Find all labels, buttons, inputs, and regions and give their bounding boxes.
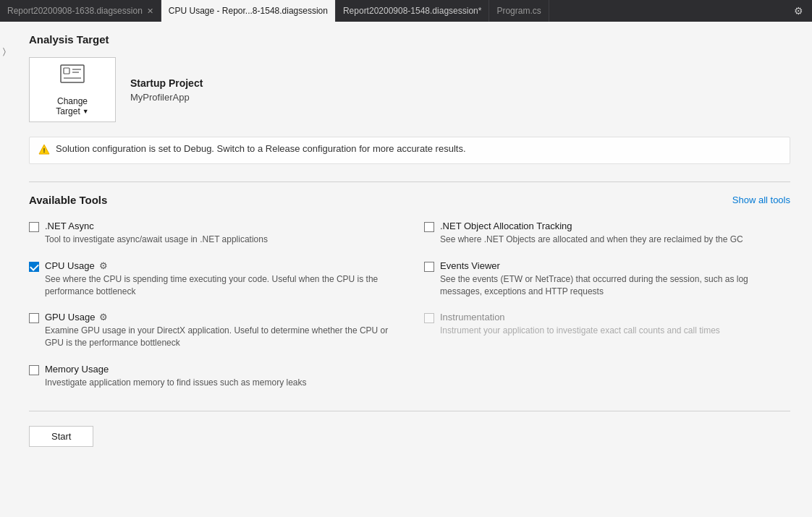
analysis-target-header: Analysis Target	[29, 33, 790, 46]
tool-content-dotnet-object: .NET Object Allocation Tracking See wher…	[440, 221, 790, 246]
tab-label: Report20200908-1638.diagsession	[7, 6, 143, 16]
tool-name-dotnet-async: .NET Async	[45, 221, 94, 231]
collapse-arrow-icon[interactable]: 〉	[0, 43, 14, 59]
warning-text: Solution configuration is set to Debug. …	[56, 143, 466, 154]
change-target-button[interactable]: Change Target ▼	[29, 57, 116, 122]
change-target-label-2: Target ▼	[56, 106, 88, 116]
main-content: 〉 Analysis Target Change Target ▼	[0, 22, 812, 517]
tab-diagsession-1638[interactable]: Report20200908-1638.diagsession ✕	[0, 0, 161, 22]
tool-desc-events-viewer: See the events (ETW or NetTrace) that oc…	[440, 273, 790, 298]
section-divider	[29, 181, 790, 182]
tab-diagsession-1548[interactable]: Report20200908-1548.diagsession*	[336, 0, 489, 22]
tool-item-cpu-usage: CPU Usage ⚙ See where the CPU is spendin…	[29, 260, 395, 298]
tool-name-events-viewer: Events Viewer	[440, 260, 500, 271]
tool-content-events-viewer: Events Viewer See the events (ETW or Net…	[440, 260, 790, 298]
tool-item-gpu-usage: GPU Usage ⚙ Examine GPU usage in your Di…	[29, 312, 395, 349]
change-target-icon	[59, 64, 85, 90]
title-bar-controls: ⚙	[790, 5, 812, 17]
tab-label: Report20200908-1548.diagsession*	[343, 6, 481, 16]
tool-item-memory-usage: Memory Usage Investigate application mem…	[29, 364, 395, 389]
start-button[interactable]: Start	[29, 426, 93, 447]
tool-desc-gpu-usage: Examine GPU usage in your DirectX applic…	[45, 325, 395, 349]
warning-bar: ! Solution configuration is set to Debug…	[29, 137, 790, 164]
tool-name-dotnet-object: .NET Object Allocation Tracking	[440, 221, 572, 231]
change-target-label: Change	[57, 96, 88, 106]
tab-close-icon[interactable]: ✕	[147, 7, 153, 16]
tool-content-dotnet-async: .NET Async Tool to investigate async/awa…	[45, 221, 395, 246]
tool-name-instrumentation: Instrumentation	[440, 312, 505, 322]
svg-text:!: !	[43, 147, 46, 154]
tool-content-cpu-usage: CPU Usage ⚙ See where the CPU is spendin…	[45, 260, 395, 298]
project-name: MyProfilerApp	[130, 92, 203, 103]
tool-name-cpu-usage: CPU Usage	[45, 260, 95, 271]
tool-checkbox-events-viewer[interactable]	[424, 262, 434, 272]
tool-name-memory-usage: Memory Usage	[45, 364, 109, 375]
tool-checkbox-memory-usage[interactable]	[29, 365, 39, 375]
tool-checkbox-instrumentation[interactable]	[424, 313, 434, 323]
startup-project-area: Change Target ▼ Startup Project MyProfil…	[29, 57, 790, 122]
tab-label: Program.cs	[496, 6, 541, 16]
project-info: Startup Project MyProfilerApp	[130, 77, 203, 103]
tool-name-gpu-usage: GPU Usage	[45, 312, 95, 322]
tool-content-memory-usage: Memory Usage Investigate application mem…	[45, 364, 395, 389]
tool-desc-instrumentation: Instrument your application to investiga…	[440, 325, 790, 337]
tool-desc-dotnet-async: Tool to investigate async/await usage in…	[45, 234, 395, 246]
startup-project-label: Startup Project	[130, 77, 203, 89]
tool-checkbox-cpu-usage[interactable]	[29, 262, 39, 272]
title-bar: Report20200908-1638.diagsession ✕ CPU Us…	[0, 0, 812, 22]
tab-label: CPU Usage - Repor...8-1548.diagsession	[169, 6, 328, 16]
settings-icon[interactable]: ⚙	[790, 5, 808, 17]
tool-checkbox-dotnet-async[interactable]	[29, 222, 39, 232]
tools-header: Available Tools Show all tools	[29, 194, 790, 206]
tool-settings-icon-gpu[interactable]: ⚙	[99, 312, 108, 322]
tab-cpu-usage[interactable]: CPU Usage - Repor...8-1548.diagsession	[161, 0, 336, 22]
tool-checkbox-gpu-usage[interactable]	[29, 313, 39, 323]
tool-content-gpu-usage: GPU Usage ⚙ Examine GPU usage in your Di…	[45, 312, 395, 349]
tool-content-instrumentation: Instrumentation Instrument your applicat…	[440, 312, 790, 337]
tool-desc-dotnet-object: See where .NET Objects are allocated and…	[440, 234, 790, 246]
available-tools-title: Available Tools	[29, 194, 107, 206]
tools-grid-empty-cell	[424, 364, 790, 403]
tab-program-cs[interactable]: Program.cs	[489, 0, 549, 22]
bottom-divider	[29, 411, 790, 411]
tool-checkbox-dotnet-object[interactable]	[424, 222, 434, 232]
tool-desc-cpu-usage: See where the CPU is spending time execu…	[45, 273, 395, 298]
warning-icon: !	[38, 144, 50, 158]
show-all-tools-link[interactable]: Show all tools	[732, 195, 790, 205]
tool-item-events-viewer: Events Viewer See the events (ETW or Net…	[424, 260, 790, 298]
tool-item-instrumentation: Instrumentation Instrument your applicat…	[424, 312, 790, 349]
tools-grid: .NET Async Tool to investigate async/awa…	[29, 221, 790, 403]
tool-item-dotnet-async: .NET Async Tool to investigate async/awa…	[29, 221, 395, 246]
tool-settings-icon-cpu[interactable]: ⚙	[99, 260, 108, 271]
tool-desc-memory-usage: Investigate application memory to find i…	[45, 377, 395, 389]
tool-item-dotnet-object: .NET Object Allocation Tracking See wher…	[424, 221, 790, 246]
svg-rect-1	[64, 68, 69, 74]
